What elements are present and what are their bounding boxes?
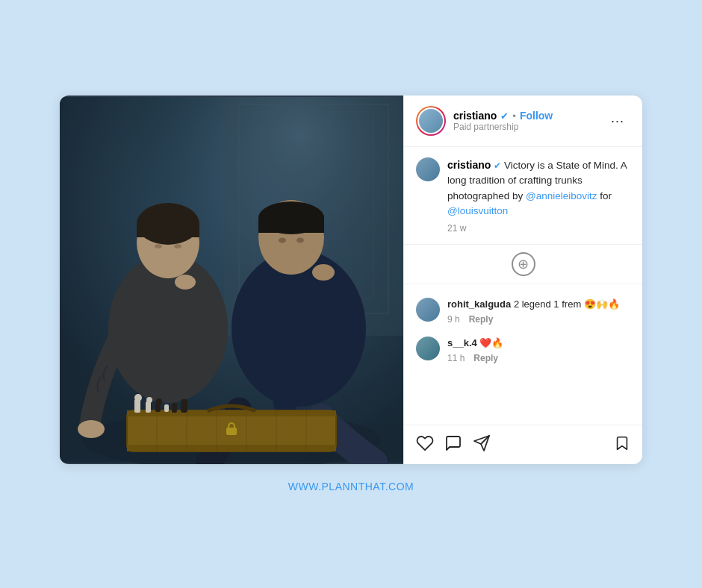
comment-2-avatar xyxy=(416,337,440,360)
comment-2-text: s__k.4 ❤️🔥 xyxy=(447,337,630,350)
post-card: cristiano ✔ • Follow Paid partnership ··… xyxy=(60,96,642,464)
for-text: for xyxy=(597,190,612,201)
post-content-panel: cristiano ✔ • Follow Paid partnership ··… xyxy=(403,96,642,464)
avatar xyxy=(416,106,446,136)
header-info: cristiano ✔ • Follow Paid partnership xyxy=(453,110,597,132)
comment-1-text: rohit_kalguda 2 legend 1 frem 😍🙌🔥 xyxy=(447,298,630,311)
chess-photo-svg xyxy=(60,96,403,464)
comment-1-content: 2 legend 1 frem 😍🙌🔥 xyxy=(514,298,620,310)
add-comment-button[interactable]: ⊕ xyxy=(512,252,535,276)
caption-time: 21 w xyxy=(447,223,630,234)
post-image xyxy=(60,96,403,464)
bookmark-button[interactable] xyxy=(614,435,630,455)
comment-1-meta: 9 h Reply xyxy=(447,314,630,325)
avatar-image xyxy=(417,107,444,134)
verified-caption: ✔ xyxy=(494,160,501,171)
post-header: cristiano ✔ • Follow Paid partnership ··… xyxy=(404,96,642,147)
comments-section: rohit_kalguda 2 legend 1 frem 😍🙌🔥 9 h Re… xyxy=(404,284,642,425)
comment-1-username[interactable]: rohit_kalguda xyxy=(447,298,511,310)
post-caption: cristiano ✔ Victory is a State of Mind. … xyxy=(404,147,642,245)
comment-1-reply-btn[interactable]: Reply xyxy=(469,314,494,325)
comment-1: rohit_kalguda 2 legend 1 frem 😍🙌🔥 9 h Re… xyxy=(404,292,642,331)
comment-2-reply-btn[interactable]: Reply xyxy=(473,353,498,363)
more-options-button[interactable]: ··· xyxy=(605,110,630,132)
comment-2-body: s__k.4 ❤️🔥 11 h Reply xyxy=(447,337,630,363)
comment-2: s__k.4 ❤️🔥 11 h Reply xyxy=(404,331,642,369)
left-actions xyxy=(416,434,614,455)
share-button[interactable] xyxy=(473,434,491,455)
add-comment-section: ⊕ xyxy=(404,245,642,284)
caption-text: cristiano ✔ Victory is a State of Mind. … xyxy=(447,157,630,219)
comment-2-username[interactable]: s__k.4 xyxy=(447,337,477,348)
comment-1-time: 9 h xyxy=(447,314,460,325)
actions-bar xyxy=(404,425,642,464)
separator: • xyxy=(512,110,516,122)
comment-2-time: 11 h xyxy=(447,353,465,363)
handle-2[interactable]: @louisvuitton xyxy=(447,205,508,216)
verified-badge: ✔ xyxy=(500,110,509,122)
header-top: cristiano ✔ • Follow xyxy=(453,110,597,122)
svg-rect-42 xyxy=(60,97,403,463)
comment-button[interactable] xyxy=(444,434,462,455)
handle-1[interactable]: @annieleibovitz xyxy=(526,190,597,201)
follow-button[interactable]: Follow xyxy=(520,110,553,122)
comment-2-content: ❤️🔥 xyxy=(479,337,503,348)
comment-2-meta: 11 h Reply xyxy=(447,353,630,363)
comment-1-body: rohit_kalguda 2 legend 1 frem 😍🙌🔥 9 h Re… xyxy=(447,298,630,325)
caption-content: cristiano ✔ Victory is a State of Mind. … xyxy=(447,157,630,234)
comment-1-avatar xyxy=(416,298,440,322)
footer-link[interactable]: WWW.PLANNTHAT.COM xyxy=(288,481,414,492)
caption-username: cristiano xyxy=(447,159,491,171)
paid-partnership-label: Paid partnership xyxy=(453,122,597,132)
caption-avatar xyxy=(416,157,440,181)
like-button[interactable] xyxy=(416,434,434,455)
post-username: cristiano xyxy=(453,110,497,122)
